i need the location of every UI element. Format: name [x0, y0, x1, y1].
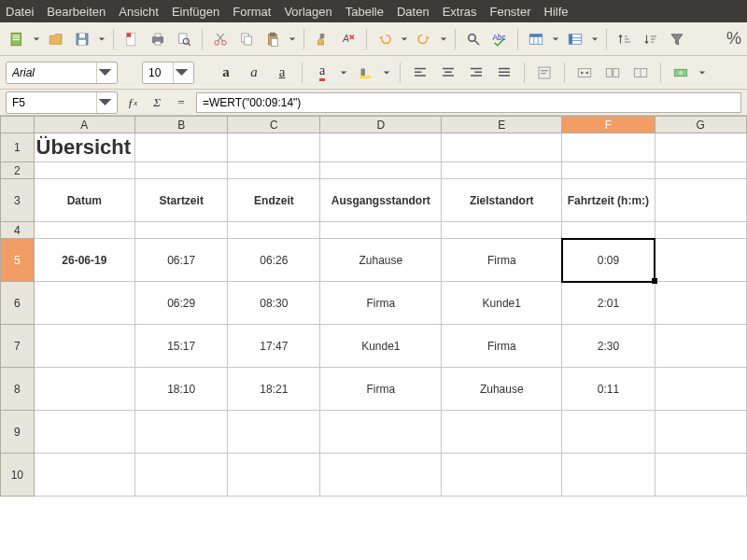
column-header[interactable]: E [442, 117, 562, 133]
cell[interactable] [655, 454, 746, 497]
chevron-down-icon[interactable] [96, 63, 113, 83]
cell[interactable] [228, 222, 320, 239]
cell[interactable]: 06:17 [135, 239, 228, 282]
undo-dropdown[interactable] [400, 35, 409, 43]
redo-button[interactable] [413, 28, 435, 50]
cell[interactable]: 15:17 [135, 325, 228, 368]
cell[interactable] [442, 411, 562, 454]
row-header[interactable]: 10 [1, 454, 35, 497]
cell[interactable]: Firma [320, 368, 442, 411]
highlight-dropdown[interactable] [382, 69, 391, 77]
print-preview-button[interactable] [173, 28, 195, 50]
function-wizard-button[interactable]: ƒx [123, 93, 142, 112]
cell[interactable]: Datum [34, 179, 134, 222]
open-button[interactable] [45, 28, 67, 50]
spellcheck-button[interactable]: Abc [488, 28, 511, 50]
cell[interactable] [135, 411, 228, 454]
chevron-down-icon[interactable] [96, 92, 113, 113]
new-doc-dropdown[interactable] [32, 35, 41, 43]
cell[interactable] [655, 282, 746, 325]
row-dropdown[interactable] [551, 35, 560, 43]
font-color-dropdown[interactable] [339, 69, 348, 77]
cell[interactable] [228, 411, 320, 454]
cell[interactable]: Kunde1 [442, 282, 562, 325]
cell[interactable]: Startzeit [135, 179, 228, 222]
cell[interactable]: 18:21 [228, 368, 320, 411]
cell[interactable] [562, 454, 655, 497]
menu-item[interactable]: Bearbeiten [47, 5, 106, 19]
wrap-text-button[interactable] [533, 62, 556, 84]
cell[interactable] [34, 222, 134, 239]
cell[interactable]: 2:30 [562, 325, 655, 368]
cell[interactable]: 06:26 [228, 239, 320, 282]
sort-desc-button[interactable] [640, 28, 662, 50]
menu-item[interactable]: Format [233, 5, 271, 19]
cell[interactable]: Fahrtzeit (h:m:) [562, 179, 655, 222]
cell[interactable]: 06:29 [135, 282, 228, 325]
cell[interactable] [320, 411, 442, 454]
corner-cell[interactable] [1, 117, 35, 133]
font-size-input[interactable] [143, 63, 173, 83]
chevron-down-icon[interactable] [173, 63, 190, 83]
cell[interactable] [655, 368, 746, 411]
name-box[interactable] [6, 91, 118, 114]
cell[interactable] [562, 162, 655, 179]
clone-format-button[interactable] [311, 28, 333, 50]
cell[interactable] [442, 133, 562, 162]
cell[interactable] [320, 454, 442, 497]
menu-item[interactable]: Datei [6, 5, 34, 19]
menu-item[interactable]: Daten [397, 5, 430, 19]
row-header[interactable]: 1 [1, 133, 35, 162]
cell[interactable]: Zuhause [442, 368, 562, 411]
cell[interactable]: 08:30 [228, 282, 320, 325]
cell[interactable] [320, 133, 442, 162]
italic-button[interactable]: a [243, 62, 265, 84]
cell[interactable] [655, 222, 746, 239]
split-cells-button[interactable] [601, 62, 624, 84]
formula-input[interactable] [196, 92, 741, 113]
underline-button[interactable]: a [271, 62, 293, 84]
cell[interactable]: Firma [320, 282, 442, 325]
align-right-button[interactable] [465, 62, 487, 84]
menu-item[interactable]: Fenster [489, 5, 530, 19]
cell[interactable]: Übersicht [34, 133, 134, 162]
font-name-input[interactable] [7, 63, 96, 83]
menu-item[interactable]: Extras [443, 5, 477, 19]
cell[interactable] [655, 411, 746, 454]
cell[interactable] [655, 325, 746, 368]
currency-dropdown[interactable] [698, 69, 707, 77]
cell[interactable]: Zielstandort [442, 179, 562, 222]
cell[interactable] [442, 162, 562, 179]
row-header[interactable]: 7 [1, 325, 35, 368]
font-name-combo[interactable] [6, 62, 118, 84]
column-header[interactable]: A [34, 117, 134, 133]
cell[interactable]: 18:10 [135, 368, 228, 411]
find-button[interactable] [462, 28, 485, 50]
font-size-combo[interactable] [142, 62, 194, 84]
row-header[interactable]: 4 [1, 222, 35, 239]
paste-dropdown[interactable] [288, 35, 297, 43]
col-button[interactable] [564, 28, 586, 50]
cell[interactable] [34, 325, 134, 368]
cell[interactable]: Ausgangsstandort [320, 179, 442, 222]
cell[interactable] [135, 133, 228, 162]
column-header[interactable]: G [655, 117, 746, 133]
menu-item[interactable]: Vorlagen [284, 5, 331, 19]
cell[interactable]: 26-06-19 [34, 239, 134, 282]
row-header[interactable]: 8 [1, 368, 35, 411]
copy-button[interactable] [235, 28, 258, 50]
cell[interactable] [34, 454, 134, 497]
cell[interactable]: 0:11 [562, 368, 655, 411]
sum-button[interactable]: Σ [148, 93, 166, 112]
row-button[interactable] [525, 28, 547, 50]
cell[interactable] [135, 454, 228, 497]
cell[interactable] [320, 162, 442, 179]
cell[interactable]: Firma [442, 325, 562, 368]
cell[interactable] [442, 454, 562, 497]
column-header[interactable]: D [320, 117, 442, 133]
cell[interactable] [655, 133, 746, 162]
highlight-button[interactable] [354, 62, 376, 84]
spreadsheet-grid[interactable]: ABCDEFG1Übersicht23DatumStartzeitEndzeit… [0, 116, 747, 560]
menu-item[interactable]: Hilfe [544, 5, 569, 19]
cell[interactable]: Endzeit [228, 179, 320, 222]
